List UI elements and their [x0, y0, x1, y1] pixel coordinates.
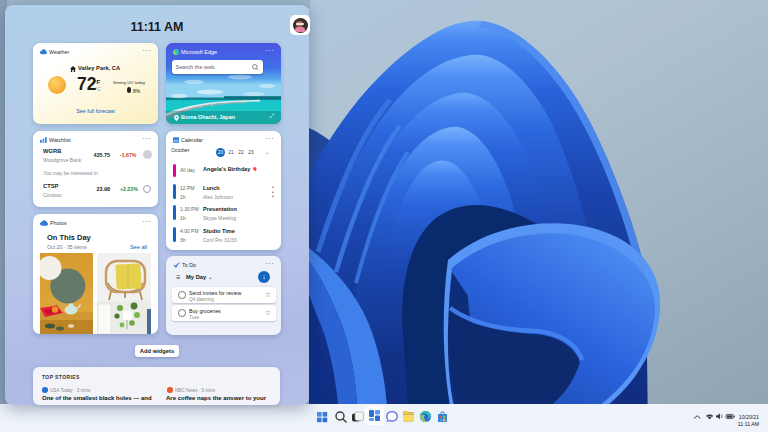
svg-text:10/20/21: 10/20/21: [739, 414, 759, 420]
svg-text:11:11 AM: 11:11 AM: [738, 421, 759, 427]
